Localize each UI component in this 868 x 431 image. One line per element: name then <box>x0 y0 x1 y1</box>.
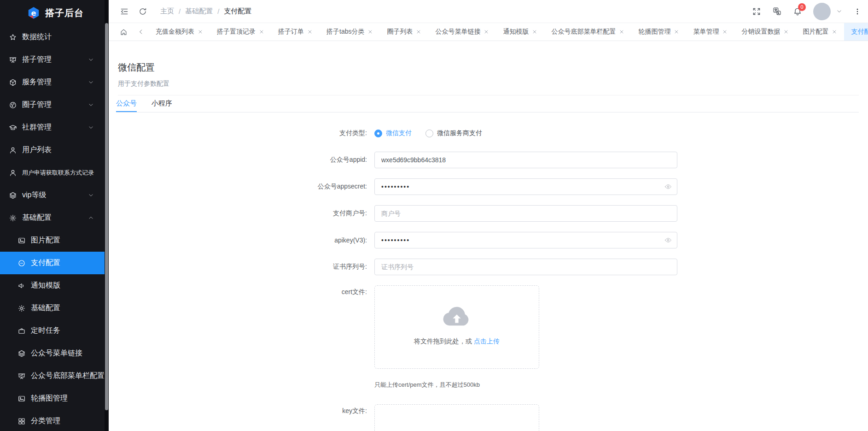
tab-official-account[interactable]: 公众号 <box>116 95 137 112</box>
sidebar-item-image-config[interactable]: 图片配置 <box>0 229 105 252</box>
sidebar-item-contact-request-records[interactable]: 用户申请获取联系方式记录 <box>0 161 105 184</box>
sidebar-item-label: 公众号菜单链接 <box>31 348 82 358</box>
tab-circle-list[interactable]: 圈子列表 <box>380 23 428 41</box>
sidebar-item-notification-template[interactable]: 通知模版 <box>0 274 105 297</box>
cert-upload-tip: 只能上传cert/pem文件，且不超过500kb <box>374 381 539 389</box>
briefcase-icon <box>17 327 26 335</box>
close-icon[interactable] <box>832 29 837 35</box>
chevron-down-icon[interactable] <box>836 8 842 14</box>
close-icon[interactable] <box>307 29 313 35</box>
notification-badge: 0 <box>798 3 806 11</box>
sidebar-item-basic-config[interactable]: 基础配置 <box>0 297 105 319</box>
chevron-down-icon <box>88 79 94 85</box>
tab-image-config[interactable]: 图片配置 <box>796 23 844 41</box>
collapse-sidebar-icon[interactable] <box>120 7 129 16</box>
home-tab-icon[interactable] <box>120 28 128 36</box>
sidebar-scrollbar-thumb[interactable] <box>105 23 108 410</box>
breadcrumb-home[interactable]: 主页 <box>160 7 174 16</box>
serial-input[interactable] <box>374 259 677 275</box>
sidebar-item-label: 数据统计 <box>22 32 52 42</box>
scroll-tabs-left-icon[interactable] <box>138 29 144 35</box>
sidebar-item-circle-management[interactable]: 圈子管理 <box>0 94 105 116</box>
eye-icon[interactable] <box>664 183 672 190</box>
sidebar-item-scheduled-tasks[interactable]: 定时任务 <box>0 319 105 342</box>
cert-upload-dropzone[interactable]: 将文件拖到此处，或 点击上传 <box>374 285 539 369</box>
fullscreen-icon[interactable] <box>752 7 761 16</box>
tab-official-menu-links[interactable]: 公众号菜单链接 <box>428 23 496 41</box>
picture-icon <box>17 236 26 245</box>
sidebar-item-official-menu-links[interactable]: 公众号菜单链接 <box>0 342 105 365</box>
sidebar-item-community-management[interactable]: 社群管理 <box>0 116 105 139</box>
cube-icon <box>9 78 17 87</box>
sidebar-scrollbar[interactable] <box>105 0 109 431</box>
key-upload-dropzone[interactable] <box>374 404 539 431</box>
page-subtitle: 用于支付参数配置 <box>118 80 859 88</box>
upload-cloud-icon <box>443 306 471 327</box>
close-icon[interactable] <box>484 29 489 35</box>
apikey-input[interactable] <box>374 232 677 248</box>
sidebar-item-payment-config[interactable]: 支付配置 <box>0 252 105 274</box>
tab-carousel-management[interactable]: 轮播图管理 <box>631 23 686 41</box>
close-icon[interactable] <box>619 29 624 35</box>
breadcrumb-basic-config[interactable]: 基础配置 <box>185 7 213 16</box>
close-icon[interactable] <box>198 29 203 35</box>
sidebar-item-label: vip等级 <box>22 190 46 200</box>
tab-menu-management[interactable]: 菜单管理 <box>686 23 734 41</box>
cert-file-label: cert文件: <box>109 280 367 296</box>
logo-icon: e <box>27 6 41 20</box>
close-icon[interactable] <box>532 29 537 35</box>
merchant-input[interactable] <box>374 205 677 222</box>
eye-icon[interactable] <box>664 236 672 244</box>
close-icon[interactable] <box>416 29 421 35</box>
sidebar-item-official-bottom-menu-config[interactable]: 公众号底部菜单栏配置 <box>0 365 105 387</box>
radio-dot <box>374 130 382 137</box>
notifications-button[interactable]: 0 <box>793 7 802 16</box>
sidebar-item-dazi-management[interactable]: 搭子管理 <box>0 48 105 71</box>
logo[interactable]: e 搭子后台 <box>0 0 109 26</box>
sidebar-item-label: 用户列表 <box>22 145 52 155</box>
tab-dazi-orders[interactable]: 搭子订单 <box>271 23 320 41</box>
sidebar-item-service-management[interactable]: 服务管理 <box>0 71 105 94</box>
close-icon[interactable] <box>674 29 679 35</box>
tab-recharge-amount-list[interactable]: 充值金额列表 <box>149 23 210 41</box>
tabbar: 充值金额列表 搭子置顶记录 搭子订单 搭子tabs分类 圈子列表 公众号菜单链接… <box>109 23 868 41</box>
appsecret-input[interactable] <box>374 178 677 195</box>
graduation-cap-icon <box>9 124 17 132</box>
appid-input[interactable] <box>374 152 677 168</box>
refresh-icon[interactable] <box>138 7 147 16</box>
user-icon <box>9 146 17 154</box>
sidebar-item-carousel-management[interactable]: 轮播图管理 <box>0 387 105 410</box>
close-icon[interactable] <box>259 29 264 35</box>
radio-wechat-service-provider-pay[interactable]: 微信服务商支付 <box>425 129 482 137</box>
key-file-label: key文件: <box>109 399 367 415</box>
close-icon[interactable] <box>783 29 789 35</box>
sidebar-item-user-list[interactable]: 用户列表 <box>0 139 105 161</box>
sidebar-item-category-management[interactable]: 分类管理 <box>0 410 105 431</box>
logo-text: 搭子后台 <box>45 7 84 19</box>
sidebar-item-vip-level[interactable]: vip等级 <box>0 184 105 207</box>
sidebar-item-data-stats[interactable]: 数据统计 <box>0 26 105 48</box>
tab-notification-template[interactable]: 通知模版 <box>496 23 544 41</box>
avatar[interactable] <box>813 3 831 20</box>
translate-icon[interactable] <box>772 6 782 16</box>
tab-distribution-settings-data[interactable]: 分销设置数据 <box>734 23 796 41</box>
cert-upload-link[interactable]: 点击上传 <box>474 337 500 345</box>
form-row-serial: 证书序列号: <box>109 254 868 280</box>
sidebar-item-label: 圈子管理 <box>22 100 52 110</box>
close-icon[interactable] <box>722 29 728 35</box>
sidebar-item-label: 搭子管理 <box>22 55 52 65</box>
radio-wechat-pay[interactable]: 微信支付 <box>374 129 412 137</box>
main-area: 主页 / 基础配置 / 支付配置 0 <box>109 0 868 431</box>
form-row-merchant: 支付商户号: <box>109 200 868 227</box>
close-icon[interactable] <box>367 29 373 35</box>
sidebar-item-label: 定时任务 <box>31 326 60 336</box>
board-icon <box>9 56 17 64</box>
tab-official-bottom-menu-config[interactable]: 公众号底部菜单栏配置 <box>544 23 631 41</box>
tab-mini-program[interactable]: 小程序 <box>151 95 172 112</box>
tab-dazi-pin-records[interactable]: 搭子置顶记录 <box>210 23 271 41</box>
form-row-pay-type: 支付类型: 微信支付 微信服务商支付 <box>109 120 868 147</box>
sidebar-item-basic-config-group[interactable]: 基础配置 <box>0 207 105 229</box>
tab-dazi-tabs-category[interactable]: 搭子tabs分类 <box>320 23 380 41</box>
tab-payment-config[interactable]: 支付配置 <box>844 23 868 41</box>
kebab-menu-icon[interactable] <box>853 7 862 16</box>
